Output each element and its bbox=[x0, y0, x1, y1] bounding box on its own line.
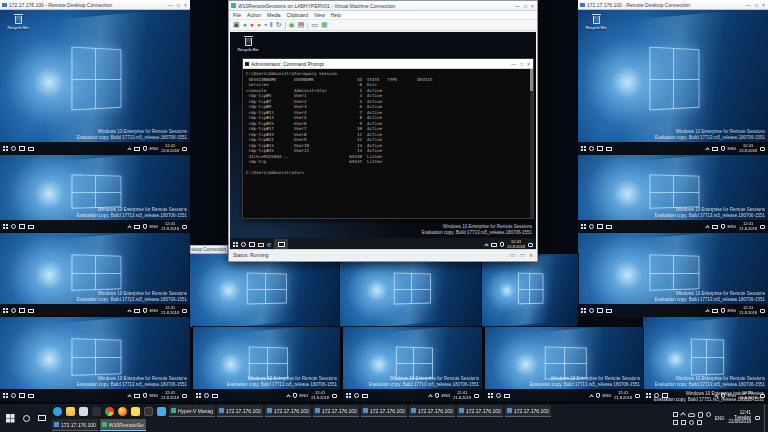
tray-clock[interactable]: 12:4121.8.2018 bbox=[614, 391, 632, 400]
folder-icon[interactable] bbox=[673, 420, 678, 425]
rdp-session-window[interactable]: Windows 10 Enterprise for Remote Session… bbox=[485, 327, 643, 402]
mail-icon[interactable] bbox=[606, 225, 612, 229]
start-button[interactable] bbox=[3, 393, 8, 398]
tray-chevron-icon[interactable] bbox=[705, 147, 709, 151]
command-prompt-window[interactable]: Administrator: Command Prompt —□× C:\Use… bbox=[242, 58, 534, 219]
search-icon[interactable] bbox=[11, 146, 16, 151]
task-view-icon[interactable] bbox=[19, 393, 25, 398]
taskbar-button-rdp[interactable]: 172.17.176.100 - Rem... bbox=[361, 405, 407, 417]
action-center-icon[interactable] bbox=[760, 225, 765, 229]
tray-shield-icon[interactable] bbox=[143, 393, 147, 398]
revert-icon[interactable]: ▤ bbox=[298, 21, 305, 29]
rdp-session-window[interactable]: 172.17.176.100 - Remote Desktop Connecti… bbox=[578, 0, 768, 155]
zoom-level-icon[interactable]: ■ bbox=[529, 252, 533, 259]
tray-folder-icon[interactable] bbox=[134, 394, 140, 398]
rdp-session-window[interactable]: Windows 10 Enterprise for Remote Session… bbox=[643, 317, 768, 402]
maximize-icon[interactable]: □ bbox=[520, 61, 523, 67]
mail-icon[interactable] bbox=[606, 147, 612, 151]
rdp-session-window[interactable]: 172.17.176.100 - Remote Desktop Connecti… bbox=[0, 0, 190, 155]
task-view-icon[interactable] bbox=[38, 415, 46, 421]
session-taskbar[interactable]: ENG 12:4121.8.2018 bbox=[343, 389, 482, 402]
taskbar-left-cluster[interactable] bbox=[0, 404, 52, 432]
system-tray[interactable]: ENG 12:41 Tuesday 21/08/2018 bbox=[671, 404, 768, 432]
task-view-icon[interactable] bbox=[597, 224, 603, 229]
taskbar-button-rdp[interactable]: 172.17.176.100 - Rem... bbox=[265, 405, 311, 417]
ctrl-alt-del-icon[interactable]: ▣ bbox=[233, 21, 240, 29]
taskbar-button-rdp[interactable]: 172.17.176.100 - Rem... bbox=[217, 405, 263, 417]
network-icon[interactable] bbox=[697, 420, 702, 425]
rdp-session-window[interactable]: Windows 10 Enterprise for Remote Session… bbox=[193, 327, 340, 402]
mail-icon[interactable] bbox=[606, 309, 612, 313]
tray-shield-icon[interactable] bbox=[721, 146, 725, 151]
tray-chevron-icon[interactable] bbox=[127, 394, 131, 398]
task-view-icon[interactable] bbox=[597, 146, 603, 151]
action-center-icon[interactable] bbox=[635, 394, 640, 398]
mail-icon[interactable] bbox=[362, 394, 368, 398]
tray-folder-icon[interactable] bbox=[134, 309, 140, 313]
session-taskbar[interactable]: ENG 12:4121.8.2018 bbox=[0, 304, 190, 317]
tray-language[interactable]: ENG bbox=[715, 416, 725, 421]
close-icon[interactable]: × bbox=[527, 61, 530, 67]
start-button[interactable] bbox=[3, 308, 8, 313]
tray-shield-icon[interactable] bbox=[721, 224, 725, 229]
minimize-icon[interactable]: — bbox=[515, 3, 520, 9]
session-taskbar[interactable]: ENG 12:4121.8.2018 bbox=[0, 220, 190, 233]
action-center-icon[interactable] bbox=[760, 309, 765, 313]
tray-folder-icon[interactable] bbox=[712, 225, 718, 229]
tray-clock[interactable]: 12:4121.8.2018 bbox=[161, 306, 179, 315]
start-button[interactable] bbox=[233, 242, 238, 247]
cmd-console-output[interactable]: C:\Users\Administrator>query session SES… bbox=[243, 69, 533, 218]
window-controls[interactable]: —□× bbox=[515, 3, 535, 9]
shut-down-icon[interactable]: ● bbox=[257, 21, 261, 29]
mail-icon[interactable] bbox=[28, 309, 34, 313]
maximize-icon[interactable]: □ bbox=[177, 2, 180, 8]
maximize-icon[interactable]: □ bbox=[755, 2, 758, 8]
tray-clock[interactable]: 12:41 Tuesday 21/08/2018 bbox=[728, 411, 751, 425]
hyperv-menu-bar[interactable]: File Action Media Clipboard View Help bbox=[229, 11, 537, 20]
tray-chevron-icon[interactable] bbox=[127, 147, 131, 151]
action-center-icon[interactable] bbox=[182, 309, 187, 313]
action-center-icon[interactable] bbox=[528, 243, 533, 247]
menu-view[interactable]: View bbox=[314, 12, 325, 18]
search-icon[interactable] bbox=[23, 415, 30, 422]
taskbar-button-vmconnect-active[interactable]: W10RemoteSessions o... bbox=[100, 419, 146, 431]
rdp-session-window[interactable]: Windows 10 Enterprise for Remote Session… bbox=[0, 317, 190, 402]
tray-shield-icon[interactable] bbox=[721, 308, 725, 313]
close-icon[interactable]: × bbox=[184, 2, 187, 8]
action-center-icon[interactable] bbox=[332, 394, 337, 398]
enhanced-session-icon[interactable]: ▭ bbox=[311, 21, 318, 29]
session-taskbar[interactable]: ENG 12:4121.8.2018 bbox=[578, 142, 768, 155]
tray-icon-grid[interactable] bbox=[673, 412, 711, 425]
start-button[interactable] bbox=[6, 414, 14, 422]
rdp-session-window[interactable]: Windows 10 Enterprise for Remote Session… bbox=[578, 233, 768, 317]
rdp-session-window[interactable] bbox=[190, 254, 340, 327]
hyperv-title-bar[interactable]: W10RemoteSessions on LABHYPERV01 - Virtu… bbox=[229, 1, 537, 11]
tray-clock[interactable]: 12:4121.8.2018 bbox=[739, 306, 757, 315]
rdp-title-bar[interactable]: 172.17.176.100 - Remote Desktop Connecti… bbox=[578, 0, 768, 10]
tray-shield-icon[interactable] bbox=[596, 393, 600, 398]
recycle-bin[interactable]: Recycle Bin bbox=[6, 16, 30, 30]
save-icon[interactable]: ▪ bbox=[264, 21, 266, 29]
partial-rdp-title-bar[interactable]: 172.17.176.100 - Remote Desktop Connecti… bbox=[190, 245, 228, 254]
action-center-icon[interactable] bbox=[182, 147, 187, 151]
tray-folder-icon[interactable] bbox=[134, 225, 140, 229]
search-icon[interactable] bbox=[11, 393, 16, 398]
session-taskbar[interactable]: ENG 12:4121.8.2018 bbox=[0, 142, 190, 155]
tray-folder-icon[interactable] bbox=[491, 243, 497, 247]
rdp-session-window[interactable]: Windows 10 Enterprise for Remote Session… bbox=[343, 327, 482, 402]
pause-icon[interactable]: ‖ bbox=[270, 21, 273, 29]
minimize-icon[interactable]: — bbox=[511, 61, 516, 67]
tray-folder-icon[interactable] bbox=[134, 147, 140, 151]
host-taskbar[interactable]: Hyper-V Manager 172.17.176.100 - Rem... … bbox=[0, 404, 768, 432]
session-taskbar[interactable]: ENG 12:4121.8.2018 bbox=[578, 304, 768, 317]
file-explorer-icon[interactable] bbox=[258, 243, 264, 247]
rdp-session-window[interactable]: Windows 10 Enterprise for Remote Session… bbox=[0, 233, 190, 317]
search-icon[interactable] bbox=[354, 393, 359, 398]
search-icon[interactable] bbox=[11, 308, 16, 313]
tray-chevron-icon[interactable] bbox=[127, 309, 131, 313]
start-button[interactable] bbox=[581, 308, 586, 313]
rdp-session-window[interactable]: Windows 10 Enterprise for Remote Session… bbox=[0, 155, 190, 233]
close-icon[interactable]: × bbox=[762, 2, 765, 8]
search-icon[interactable] bbox=[589, 224, 594, 229]
defender-icon[interactable] bbox=[698, 412, 703, 418]
